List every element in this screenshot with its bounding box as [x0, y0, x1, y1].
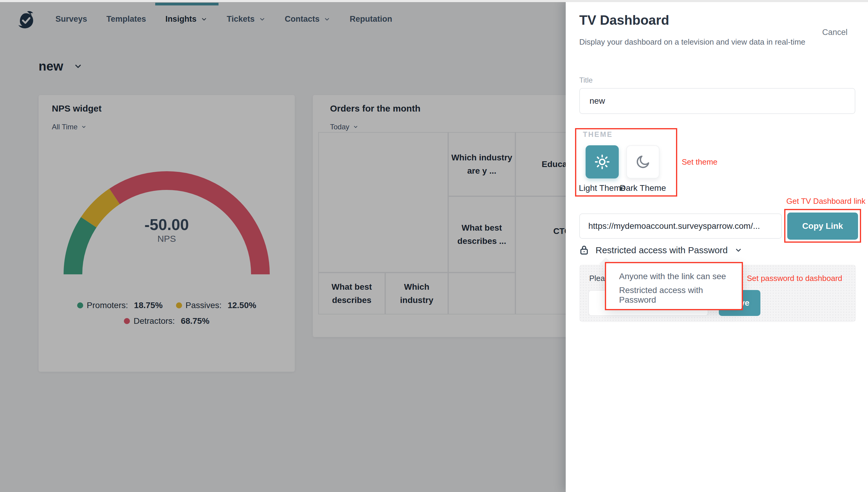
cancel-button[interactable]: Cancel: [822, 28, 847, 37]
light-theme-tile[interactable]: [586, 145, 619, 178]
title-input[interactable]: [579, 88, 856, 114]
tv-dashboard-panel: TV Dashboard Cancel Display your dashboa…: [566, 0, 868, 492]
modal-dim-overlay[interactable]: [0, 0, 566, 492]
copy-link-button[interactable]: Copy Link: [787, 213, 858, 240]
moon-icon: [634, 153, 651, 170]
sun-icon: [593, 152, 612, 171]
annotation-set-password: Set password to dashboard: [747, 274, 842, 283]
access-mode-label: Restricted access with Password: [595, 245, 728, 255]
screen: Surveys Templates Insights Tickets Conta…: [0, 0, 868, 492]
lock-icon: [579, 245, 589, 256]
annotation-set-theme: Set theme: [682, 157, 718, 167]
panel-subtitle: Display your dashboard on a television a…: [579, 38, 805, 47]
window-top-strip: [0, 0, 868, 2]
access-mode-selector[interactable]: Restricted access with Password: [579, 245, 742, 256]
panel-title: TV Dashboard: [579, 13, 669, 28]
access-dropdown-menu: Anyone with the link can see Restricted …: [606, 263, 742, 309]
dashboard-link-field[interactable]: https://mydemoaccount.surveysparrow.com/…: [579, 214, 782, 239]
password-hint-text: Plea: [589, 274, 605, 283]
theme-section-label: THEME: [583, 130, 613, 139]
dashboard-link-url: https://mydemoaccount.surveysparrow.com/…: [588, 221, 760, 231]
dark-theme-label: Dark Theme: [619, 183, 667, 193]
chevron-down-icon: [735, 246, 742, 254]
annotation-get-link: Get TV Dashboard link: [786, 197, 866, 206]
dark-theme-tile[interactable]: [626, 145, 659, 178]
dropdown-option-restricted[interactable]: Restricted access with Password: [606, 286, 742, 304]
dropdown-option-anyone[interactable]: Anyone with the link can see: [606, 267, 742, 286]
title-field-label: Title: [579, 76, 592, 84]
